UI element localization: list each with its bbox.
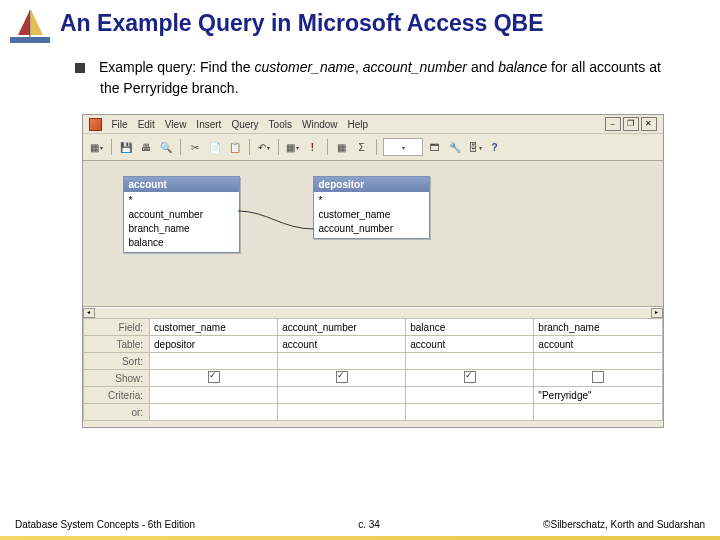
paste-button[interactable]: 📋 (227, 139, 243, 155)
table-depositor-fields: * customer_name account_number (314, 192, 429, 238)
cell-or-0[interactable] (150, 404, 278, 421)
menu-window[interactable]: Window (302, 119, 338, 130)
cell-or-3[interactable] (534, 404, 662, 421)
slide-border (0, 536, 720, 540)
restore-button[interactable]: ❐ (623, 117, 639, 131)
row-field: Field: (83, 319, 150, 336)
footer-left: Database System Concepts - 6th Edition (15, 519, 195, 530)
undo-button[interactable]: ↶ (256, 139, 272, 155)
minimize-button[interactable]: – (605, 117, 621, 131)
cell-show-2[interactable] (406, 370, 534, 387)
row-criteria: Criteria: (83, 387, 150, 404)
qbe-grid: Field: customer_name account_number bala… (83, 316, 663, 427)
row-or: or: (83, 404, 150, 421)
cell-field-2[interactable]: balance (406, 319, 534, 336)
scroll-left-icon[interactable]: ◂ (83, 308, 95, 318)
cut-button[interactable]: ✂ (187, 139, 203, 155)
footer-right: ©Silberschatz, Korth and Sudarshan (543, 519, 705, 530)
cell-show-1[interactable] (278, 370, 406, 387)
design-hscroll[interactable]: ◂ ▸ (83, 307, 663, 316)
app-icon (89, 118, 102, 131)
footer-center: c. 34 (358, 519, 380, 530)
access-window: File Edit View Insert Query Tools Window… (82, 114, 664, 428)
menu-view[interactable]: View (165, 119, 187, 130)
table-account-title: account (124, 177, 239, 192)
cell-table-2[interactable]: account (406, 336, 534, 353)
menubar: File Edit View Insert Query Tools Window… (83, 115, 663, 134)
checkbox-icon[interactable] (208, 371, 220, 383)
join-line (237, 209, 315, 233)
toolbar: ▦ 💾 🖶 🔍 ✂ 📄 📋 ↶ ▦ ! ▦ Σ 🗔 🔧 🗄 ? (83, 134, 663, 161)
row-table: Table: (83, 336, 150, 353)
menu-edit[interactable]: Edit (138, 119, 155, 130)
cell-sort-0[interactable] (150, 353, 278, 370)
toprows-button[interactable] (383, 138, 423, 156)
bullet-square-icon (75, 63, 85, 73)
cell-sort-1[interactable] (278, 353, 406, 370)
slide-title: An Example Query in Microsoft Access QBE (0, 0, 720, 37)
run-button[interactable]: ! (305, 139, 321, 155)
cell-field-3[interactable]: branch_name (534, 319, 662, 336)
cell-table-3[interactable]: account (534, 336, 662, 353)
totals-button[interactable]: Σ (354, 139, 370, 155)
close-button[interactable]: ✕ (641, 117, 657, 131)
checkbox-icon[interactable] (336, 371, 348, 383)
properties-button[interactable]: 🗔 (427, 139, 443, 155)
cell-show-3[interactable] (534, 370, 662, 387)
menu-file[interactable]: File (112, 119, 128, 130)
table-depositor-title: depositor (314, 177, 429, 192)
menu-query[interactable]: Query (231, 119, 258, 130)
showtable-button[interactable]: ▦ (334, 139, 350, 155)
row-sort: Sort: (83, 353, 150, 370)
menu-help[interactable]: Help (348, 119, 369, 130)
scroll-right-icon[interactable]: ▸ (651, 308, 663, 318)
cell-table-0[interactable]: depositor (150, 336, 278, 353)
save-button[interactable]: 💾 (118, 139, 134, 155)
preview-button[interactable]: 🔍 (158, 139, 174, 155)
cell-sort-3[interactable] (534, 353, 662, 370)
checkbox-icon[interactable] (592, 371, 604, 383)
cell-or-1[interactable] (278, 404, 406, 421)
print-button[interactable]: 🖶 (138, 139, 154, 155)
row-show: Show: (83, 370, 150, 387)
design-area: account * account_number branch_name bal… (83, 161, 663, 307)
bullet-text: Example query: Find the customer_name, a… (99, 59, 661, 96)
copy-button[interactable]: 📄 (207, 139, 223, 155)
slide-content: Example query: Find the customer_name, a… (0, 37, 720, 428)
table-depositor[interactable]: depositor * customer_name account_number (313, 176, 430, 239)
cell-show-0[interactable] (150, 370, 278, 387)
cell-field-1[interactable]: account_number (278, 319, 406, 336)
cell-criteria-3[interactable]: "Perryridge" (534, 387, 662, 404)
build-button[interactable]: 🔧 (447, 139, 463, 155)
querytype-button[interactable]: ▦ (285, 139, 301, 155)
cell-criteria-0[interactable] (150, 387, 278, 404)
cell-table-1[interactable]: account (278, 336, 406, 353)
checkbox-icon[interactable] (464, 371, 476, 383)
cell-criteria-2[interactable] (406, 387, 534, 404)
cell-or-2[interactable] (406, 404, 534, 421)
table-account-fields: * account_number branch_name balance (124, 192, 239, 252)
cell-criteria-1[interactable] (278, 387, 406, 404)
table-account[interactable]: account * account_number branch_name bal… (123, 176, 240, 253)
svg-rect-0 (10, 37, 50, 43)
help-button[interactable]: ? (487, 139, 503, 155)
view-button[interactable]: ▦ (89, 139, 105, 155)
slide-footer: Database System Concepts - 6th Edition c… (15, 519, 705, 530)
dbwindow-button[interactable]: 🗄 (467, 139, 483, 155)
cell-field-0[interactable]: customer_name (150, 319, 278, 336)
window-controls: – ❐ ✕ (605, 117, 657, 131)
cell-sort-2[interactable] (406, 353, 534, 370)
menu-tools[interactable]: Tools (269, 119, 292, 130)
menu-insert[interactable]: Insert (196, 119, 221, 130)
